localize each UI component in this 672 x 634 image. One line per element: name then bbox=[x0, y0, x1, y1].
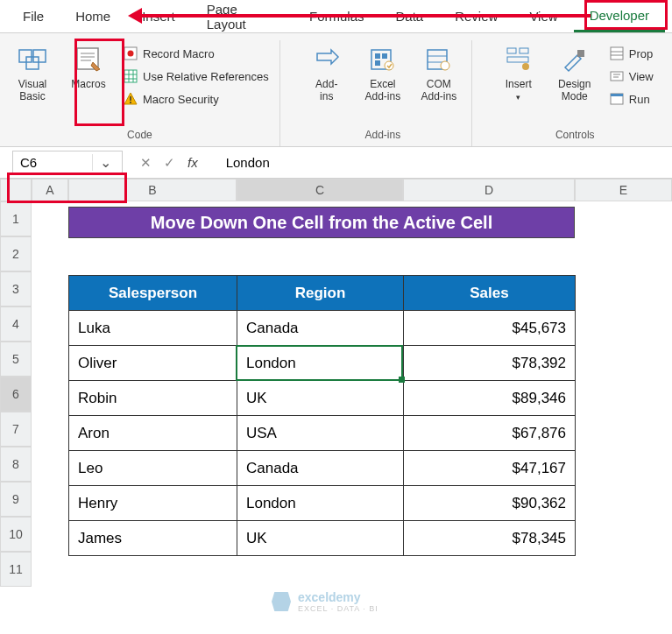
table-row[interactable]: LeoCanada$47,167 bbox=[69, 451, 576, 486]
tab-formulas[interactable]: Formulas bbox=[294, 2, 380, 31]
svg-rect-17 bbox=[375, 53, 380, 59]
design-mode-button[interactable]: Design Mode bbox=[549, 40, 600, 107]
table-cell[interactable]: $78,392 bbox=[404, 346, 576, 381]
fx-icon[interactable]: fx bbox=[187, 155, 198, 170]
row-header[interactable]: 2 bbox=[0, 236, 32, 271]
table-cell[interactable]: $78,345 bbox=[404, 521, 576, 556]
grid-body[interactable]: 1 2 3 4 5 6 7 8 9 10 11 Move Down One Ce… bbox=[0, 201, 672, 587]
table-cell[interactable]: $67,876 bbox=[404, 416, 576, 451]
name-box-input[interactable] bbox=[13, 155, 92, 170]
macros-button[interactable]: Macros bbox=[63, 40, 114, 95]
enter-formula-icon[interactable]: ✓ bbox=[164, 155, 175, 171]
macros-icon bbox=[73, 44, 104, 75]
svg-rect-37 bbox=[611, 94, 623, 96]
tab-view[interactable]: View bbox=[513, 2, 573, 31]
row-header[interactable]: 8 bbox=[0, 447, 32, 482]
table-cell[interactable]: Aron bbox=[69, 416, 237, 451]
view-code-button[interactable]: View bbox=[605, 67, 657, 86]
addins-button[interactable]: Add- ins bbox=[301, 40, 352, 107]
properties-button[interactable]: Prop bbox=[605, 44, 657, 63]
tab-file[interactable]: File bbox=[7, 2, 60, 31]
table-row[interactable]: JamesUK$78,345 bbox=[69, 521, 576, 556]
cancel-formula-icon[interactable]: ✕ bbox=[140, 155, 152, 171]
ribbon-group-controls-label: Controls bbox=[555, 125, 595, 146]
com-addins-button[interactable]: COM Add-ins bbox=[414, 40, 464, 107]
tab-page-layout[interactable]: Page Layout bbox=[191, 0, 294, 39]
table-header[interactable]: Salesperson bbox=[69, 276, 237, 311]
tab-insert[interactable]: Insert bbox=[126, 2, 191, 31]
watermark-logo-icon bbox=[272, 592, 291, 611]
table-cell[interactable]: Luka bbox=[69, 311, 237, 346]
visual-basic-icon bbox=[17, 44, 48, 75]
table-cell[interactable]: UK bbox=[237, 521, 404, 556]
use-relative-icon bbox=[123, 68, 138, 84]
table-header[interactable]: Sales bbox=[404, 276, 576, 311]
table-row[interactable]: AronUSA$67,876 bbox=[69, 416, 576, 451]
table-header[interactable]: Region bbox=[237, 276, 404, 311]
name-box[interactable]: ⌄ bbox=[12, 151, 123, 175]
select-all-corner[interactable] bbox=[0, 179, 32, 201]
table-cell[interactable]: $89,346 bbox=[404, 381, 576, 416]
use-relative-button[interactable]: Use Relative References bbox=[119, 67, 272, 86]
row-header[interactable]: 1 bbox=[0, 201, 32, 236]
row-header[interactable]: 7 bbox=[0, 412, 32, 447]
row-header[interactable]: 3 bbox=[0, 271, 32, 306]
tab-review[interactable]: Review bbox=[439, 2, 513, 31]
table-row[interactable]: OliverLondon$78,392 bbox=[69, 346, 576, 381]
view-code-icon bbox=[609, 68, 625, 84]
table-row[interactable]: HenryLondon$90,362 bbox=[69, 486, 576, 521]
run-dialog-button[interactable]: Run bbox=[605, 89, 657, 109]
svg-rect-27 bbox=[507, 57, 528, 62]
svg-rect-9 bbox=[124, 70, 137, 82]
table-cell[interactable]: Henry bbox=[69, 486, 237, 521]
tab-home[interactable]: Home bbox=[60, 2, 126, 31]
svg-rect-0 bbox=[19, 50, 32, 62]
table-row[interactable]: RobinUK$89,346 bbox=[69, 381, 576, 416]
watermark-brand: exceldemy bbox=[298, 590, 378, 604]
macro-security-button[interactable]: Macro Security bbox=[119, 89, 272, 109]
table-cell[interactable]: $47,167 bbox=[404, 451, 576, 486]
formula-input[interactable] bbox=[210, 155, 672, 170]
excel-addins-button[interactable]: Excel Add-ins bbox=[357, 40, 408, 107]
excel-addins-label: Excel Add-ins bbox=[364, 79, 400, 103]
table-cell[interactable]: Oliver bbox=[69, 346, 237, 381]
svg-point-20 bbox=[385, 61, 393, 70]
table-cell[interactable]: London bbox=[237, 486, 404, 521]
row-header[interactable]: 6 bbox=[0, 377, 32, 412]
table-cell[interactable]: $45,673 bbox=[404, 311, 576, 346]
table-cell[interactable]: Robin bbox=[69, 381, 237, 416]
column-header-a[interactable]: A bbox=[32, 179, 68, 201]
column-header-e[interactable]: E bbox=[575, 179, 672, 201]
insert-control-button[interactable]: Insert▾ bbox=[493, 40, 544, 107]
svg-rect-25 bbox=[507, 48, 516, 53]
table-cell[interactable]: $90,362 bbox=[404, 486, 576, 521]
row-header[interactable]: 9 bbox=[0, 482, 32, 517]
ribbon-group-addins-label: Add-ins bbox=[364, 125, 400, 146]
ribbon-tabs: File Home Insert Page Layout Formulas Da… bbox=[0, 0, 672, 33]
table-cell[interactable]: Canada bbox=[237, 311, 404, 346]
table-cell[interactable]: Leo bbox=[69, 451, 237, 486]
tab-data[interactable]: Data bbox=[380, 2, 440, 31]
row-header[interactable]: 10 bbox=[0, 517, 32, 552]
visual-basic-button[interactable]: Visual Basic bbox=[7, 40, 58, 107]
column-header-d[interactable]: D bbox=[403, 179, 575, 201]
column-header-b[interactable]: B bbox=[68, 179, 237, 201]
tab-developer[interactable]: Developer bbox=[574, 1, 665, 32]
design-mode-icon bbox=[559, 44, 591, 75]
ribbon-group-addins: Add- ins Excel Add-ins COM Add-ins Add-i… bbox=[280, 40, 472, 146]
column-header-c[interactable]: C bbox=[237, 179, 403, 201]
row-header[interactable]: 4 bbox=[0, 306, 32, 342]
table-cell[interactable]: London bbox=[237, 346, 404, 381]
ribbon: Visual Basic Macros Record Macro Use Rel… bbox=[0, 33, 672, 147]
table-cell[interactable]: James bbox=[69, 521, 237, 556]
table-cell[interactable]: USA bbox=[237, 416, 404, 451]
row-header[interactable]: 5 bbox=[0, 342, 32, 377]
name-box-dropdown[interactable]: ⌄ bbox=[92, 154, 118, 171]
table-row[interactable]: LukaCanada$45,673 bbox=[69, 311, 576, 346]
record-macro-button[interactable]: Record Macro bbox=[119, 44, 272, 63]
table-cell[interactable]: Canada bbox=[237, 451, 404, 486]
watermark: exceldemy EXCEL · DATA · BI bbox=[272, 590, 378, 613]
view-code-label: View bbox=[629, 70, 654, 83]
table-cell[interactable]: UK bbox=[237, 381, 404, 416]
row-header[interactable]: 11 bbox=[0, 552, 32, 587]
